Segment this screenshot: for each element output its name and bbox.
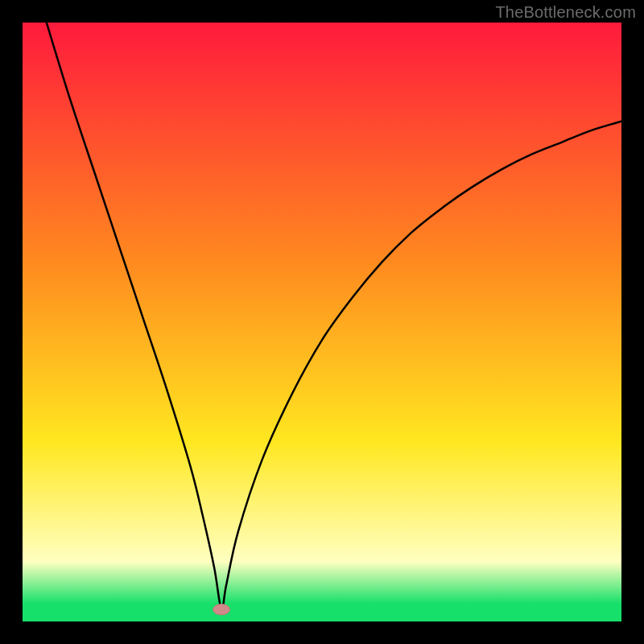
optimal-point-marker [213,604,230,614]
chart-frame: TheBottleneck.com [0,0,644,644]
plot-svg [23,23,621,621]
watermark-text: TheBottleneck.com [495,3,636,22]
gradient-background [23,23,621,621]
plot-area [23,23,621,621]
